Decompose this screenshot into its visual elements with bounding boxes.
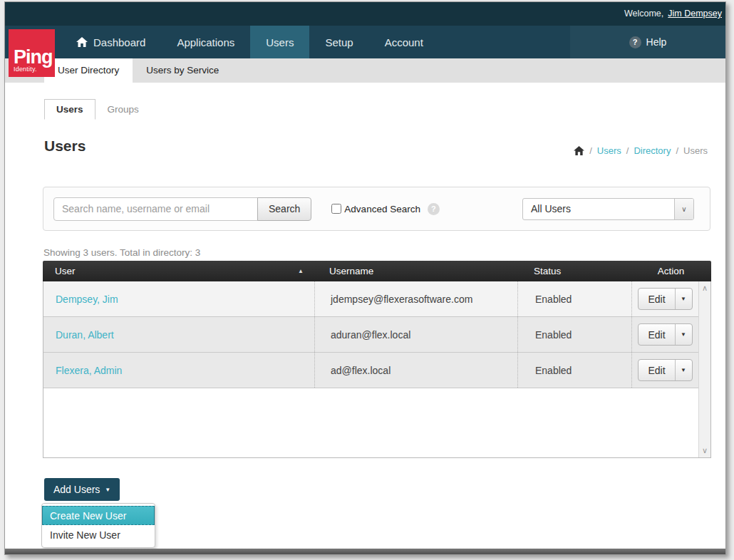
nav-item-label: Users [266,36,294,48]
welcome-label: Welcome, [624,9,663,19]
results-summary: Showing 3 users. Total in directory: 3 [43,247,200,258]
welcome-text: Welcome,Jim Dempsey [624,9,722,19]
nav-item-label: Applications [177,36,234,48]
menu-item-invite-new-user[interactable]: Invite New User [42,525,155,544]
user-link[interactable]: Dempsey, Jim [56,294,118,305]
menu-item-create-new-user[interactable]: Create New User [42,506,155,525]
status-cell: Enabled [517,281,631,316]
breadcrumb-current: Users [683,145,708,156]
username-cell: aduran@flex.local [314,317,517,352]
tab-users[interactable]: Users [44,99,95,120]
username-cell: jdempsey@flexerasoftware.com [314,281,517,316]
advanced-search-help-icon[interactable]: ? [428,203,440,215]
user-link[interactable]: Duran, Albert [56,329,114,341]
nav-item-setup[interactable]: Setup [309,26,368,58]
subtab-users-by-service[interactable]: Users by Service [133,58,232,83]
home-icon [76,37,88,47]
search-panel: Search Advanced Search ? All Users ∨ [43,187,710,231]
column-header-action: Action [631,266,711,276]
nav-item-dashboard[interactable]: Dashboard [61,26,161,58]
users-table: User ▲ Username Status Action Dempsey, J… [43,261,711,458]
nav-item-account[interactable]: Account [369,26,439,58]
nav-item-users[interactable]: Users [250,26,309,58]
user-filter-value: All Users [523,203,674,214]
advanced-search-group: Advanced Search ? [331,203,440,215]
edit-split-button[interactable]: Edit ▼ [638,323,692,346]
nav-item-label: Dashboard [93,36,145,48]
table-row: Flexera, Admin ad@flex.local Enabled Edi… [43,353,698,388]
edit-button[interactable]: Edit [639,324,674,345]
column-header-user[interactable]: User ▲ [43,266,314,276]
caret-down-icon[interactable]: ▼ [675,324,692,345]
scroll-down-icon[interactable]: ∨ [702,446,708,455]
add-users-label: Add Users [53,484,100,495]
page-title: Users [44,138,86,155]
tab-groups[interactable]: Groups [95,99,151,120]
sort-asc-icon[interactable]: ▲ [298,268,304,274]
brand-name: Ping [14,48,50,66]
status-cell: Enabled [517,317,631,352]
main-navbar: ? Help Dashboard Applications Users Setu… [5,26,725,58]
edit-button[interactable]: Edit [639,360,674,380]
nav-item-label: Account [385,36,423,48]
inner-tabbar: Users Groups [44,99,151,120]
username-cell: ad@flex.local [314,353,517,388]
help-link[interactable]: Help [646,36,667,48]
ping-identity-logo[interactable]: Ping Identity. [9,29,55,77]
advanced-search-label: Advanced Search [344,204,420,214]
table-row: Duran, Albert aduran@flex.local Enabled … [43,317,698,353]
add-users-button[interactable]: Add Users ▼ [44,478,120,501]
breadcrumb-separator: / [676,145,678,156]
caret-down-icon: ▼ [105,487,110,493]
search-button[interactable]: Search [257,197,311,221]
search-input[interactable] [53,197,258,221]
app-window: Welcome,Jim Dempsey ? Help Dashboard App… [4,1,726,555]
breadcrumb-link-users[interactable]: Users [597,145,621,156]
breadcrumb: / Users / Directory / Users [574,145,708,156]
chevron-down-icon: ∨ [674,199,693,219]
window-bottom-edge [5,549,725,554]
add-users-menu: Create New User Invite New User [41,503,155,548]
caret-down-icon[interactable]: ▼ [675,289,692,309]
table-body: Dempsey, Jim jdempsey@flexerasoftware.co… [43,281,711,458]
table-row: Dempsey, Jim jdempsey@flexerasoftware.co… [43,281,698,317]
breadcrumb-separator: / [589,145,592,156]
edit-button[interactable]: Edit [639,289,674,309]
table-header: User ▲ Username Status Action [43,261,711,281]
help-panel: ? Help [570,26,725,58]
nav-item-applications[interactable]: Applications [161,26,250,58]
edit-split-button[interactable]: Edit ▼ [638,288,692,310]
breadcrumb-separator: / [626,145,629,156]
user-filter-select[interactable]: All Users ∨ [522,198,694,220]
breadcrumb-home-icon[interactable] [574,146,584,155]
advanced-search-checkbox[interactable] [331,204,341,214]
subtab-user-directory[interactable]: User Directory [44,58,133,83]
nav-items: Dashboard Applications Users Setup Accou… [61,26,439,58]
table-scrollbar[interactable]: ∧ ∨ [698,281,710,457]
help-icon[interactable]: ? [629,36,641,48]
edit-split-button[interactable]: Edit ▼ [638,359,692,381]
user-link[interactable]: Flexera, Admin [56,365,122,376]
caret-down-icon[interactable]: ▼ [675,360,692,380]
scroll-up-icon[interactable]: ∧ [702,284,708,293]
top-strip: Welcome,Jim Dempsey [5,2,725,26]
section-tabbar: User Directory Users by Service [5,58,725,83]
brand-subname: Identity. [14,66,50,73]
column-header-username[interactable]: Username [314,266,517,276]
status-cell: Enabled [517,353,631,388]
breadcrumb-link-directory[interactable]: Directory [634,145,671,156]
current-user-link[interactable]: Jim Dempsey [668,9,722,19]
column-header-status[interactable]: Status [517,266,631,276]
nav-item-label: Setup [325,36,353,48]
